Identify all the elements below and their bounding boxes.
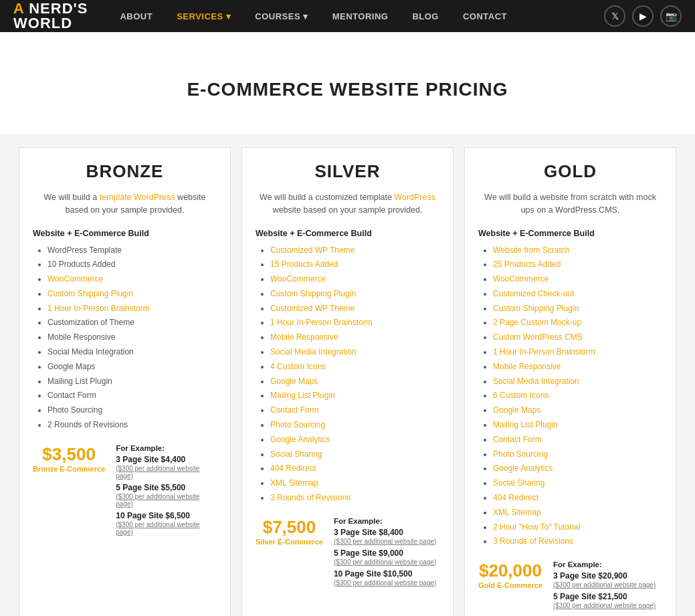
nav-courses[interactable]: COURSES ▾: [243, 0, 320, 32]
nav-blog[interactable]: BLOG: [400, 0, 451, 32]
nav-contact[interactable]: CONTACT: [451, 0, 519, 32]
link[interactable]: 404 Redirect: [270, 464, 316, 473]
list-item: Contact Form: [493, 434, 662, 445]
gold-price-block: $20,000 Gold E-Commerce: [478, 560, 542, 589]
link[interactable]: Social Sharing: [493, 478, 544, 488]
silver-link[interactable]: WordPress: [394, 193, 435, 202]
list-item: Custom Shipping Plugin: [270, 288, 439, 300]
list-item: XML Sitemap: [493, 507, 662, 518]
link[interactable]: 4 Custom Icons: [270, 362, 326, 371]
link[interactable]: Photo Sourcing: [270, 420, 325, 429]
list-item: Photo Sourcing: [47, 405, 217, 416]
link[interactable]: 15 Products Added: [270, 260, 338, 269]
link[interactable]: 2 Hour "How To" Tutorial: [493, 522, 580, 532]
list-item: Google Analytics: [493, 463, 662, 474]
link[interactable]: XML Sitemap: [270, 478, 318, 488]
list-item: 2 Rounds of Revisions: [47, 419, 217, 431]
link[interactable]: Customized Check-out: [493, 289, 574, 298]
gold-price-label: Gold E-Commerce: [478, 581, 542, 589]
bronze-ex3-sub: ($300 per additional website page): [116, 521, 217, 536]
link[interactable]: Google Analytics: [270, 435, 330, 444]
link[interactable]: Customized WP Theme: [270, 245, 355, 255]
silver-examples-label: For Example:: [334, 517, 439, 525]
link[interactable]: 1 Hour In-Person Brainstorm: [493, 347, 595, 356]
list-item: 1 Hour In-Person Brainstorm: [47, 303, 217, 314]
list-item: Social Sharing: [493, 478, 662, 489]
list-item: Contact Form: [270, 405, 439, 416]
shipping-link[interactable]: Custom Shipping Plugin: [47, 289, 133, 298]
list-item: Website from Scratch: [493, 245, 662, 256]
twitter-icon[interactable]: 𝕏: [604, 5, 625, 27]
link[interactable]: Custom WordPress CMS: [493, 332, 583, 342]
link[interactable]: Mailing List Plugin: [493, 420, 558, 429]
list-item: Mobile Responsive: [493, 361, 662, 373]
gold-card: GOLD We will build a website from scratc…: [464, 147, 676, 616]
gold-features: Website from Scratch 25 Products Added W…: [478, 245, 662, 548]
link[interactable]: XML Sitemap: [493, 508, 541, 517]
instagram-icon[interactable]: 📷: [660, 5, 682, 27]
link[interactable]: 3 Rounds of Revisions: [270, 493, 351, 502]
list-item: 1 Hour In-Person Brainstorm: [270, 317, 439, 328]
list-item: Customized WP Theme: [270, 245, 439, 256]
link[interactable]: 1 Hour In-Person Brainstorm: [270, 318, 373, 327]
link[interactable]: Google Analytics: [493, 464, 553, 473]
brainstorm-link[interactable]: 1 Hour In-Person Brainstorm: [47, 304, 150, 313]
link[interactable]: WooCommerce: [270, 274, 326, 284]
list-item: Customized Check-out: [493, 288, 662, 300]
link[interactable]: Mailing List Plugin: [270, 391, 335, 400]
gold-price: $20,000: [478, 560, 542, 581]
silver-section-label: Website + E-Commerce Build: [256, 229, 439, 238]
logo[interactable]: A Nerd'sWorld: [13, 1, 88, 31]
link[interactable]: Mobile Responsive: [493, 362, 561, 371]
silver-ex1-sub: ($300 per additional website page): [334, 538, 439, 545]
link[interactable]: Mobile Responsive: [270, 332, 338, 342]
link[interactable]: Custom Shipping Plugin: [270, 289, 356, 298]
list-item: Photo Sourcing: [493, 449, 662, 460]
navbar: A Nerd'sWorld ABOUT SERVICES ▾ COURSES ▾…: [0, 0, 695, 32]
list-item: 2 Page Custom Mock-up: [493, 317, 662, 328]
link[interactable]: Social Media Integration: [493, 377, 579, 386]
list-item: Social Sharing: [270, 449, 439, 460]
silver-title: SILVER: [256, 161, 439, 182]
nav-services[interactable]: SERVICES ▾: [165, 0, 243, 32]
bronze-link[interactable]: template WordPress: [100, 193, 175, 202]
link[interactable]: 25 Products Added: [493, 260, 561, 269]
gold-ex2-sub: ($300 per additional website page): [553, 602, 662, 609]
link[interactable]: Social Media Integration: [270, 347, 357, 356]
silver-ex2: 5 Page Site $9,000: [334, 548, 439, 558]
list-item: Mobile Responsive: [47, 332, 217, 343]
link[interactable]: 2 Page Custom Mock-up: [493, 318, 581, 327]
youtube-icon[interactable]: ▶: [632, 5, 654, 27]
link[interactable]: Contact Form: [270, 405, 319, 415]
nav-about[interactable]: ABOUT: [108, 0, 165, 32]
woocommerce-link[interactable]: WooCommerce: [47, 274, 103, 284]
link[interactable]: Custom Shipping Plugin: [493, 304, 579, 313]
link[interactable]: Photo Sourcing: [493, 449, 548, 459]
list-item: Social Media Integration: [47, 346, 217, 358]
bronze-pricing: $3,500 Bronze E-Commerce For Example: 3 …: [33, 444, 217, 539]
page-title: E-COMMERCE WEBSITE PRICING: [0, 52, 695, 120]
link[interactable]: Customized WP Theme: [270, 304, 355, 313]
gold-title: GOLD: [478, 161, 662, 182]
link[interactable]: Website from Scratch: [493, 245, 569, 255]
gold-pricing: $20,000 Gold E-Commerce For Example: 3 P…: [478, 560, 662, 613]
silver-ex3-sub: ($300 per additional website page): [334, 579, 439, 587]
link[interactable]: 6 Custom Icons: [493, 391, 549, 400]
list-item: WooCommerce: [270, 274, 439, 285]
list-item: Photo Sourcing: [270, 419, 439, 431]
link[interactable]: Social Sharing: [270, 449, 322, 459]
list-item: Custom Shipping Plugin: [493, 303, 662, 314]
list-item: Social Media Integration: [270, 346, 439, 358]
link[interactable]: 404 Redirect: [493, 493, 538, 502]
social-icons: 𝕏 ▶ 📷: [604, 5, 682, 27]
link[interactable]: Google Maps: [270, 377, 318, 386]
list-item: Google Maps: [493, 405, 662, 416]
nav-mentoring[interactable]: MENTORING: [320, 0, 401, 32]
list-item: Social Media Integration: [493, 376, 662, 387]
bronze-card: BRONZE We will build a template WordPres…: [19, 147, 231, 616]
link[interactable]: Google Maps: [493, 405, 540, 415]
link[interactable]: 3 Rounds of Revisions: [493, 536, 573, 546]
bronze-ex2: 5 Page Site $5,500: [116, 483, 217, 492]
link[interactable]: WooCommerce: [493, 274, 549, 284]
link[interactable]: Contact Form: [493, 435, 542, 444]
